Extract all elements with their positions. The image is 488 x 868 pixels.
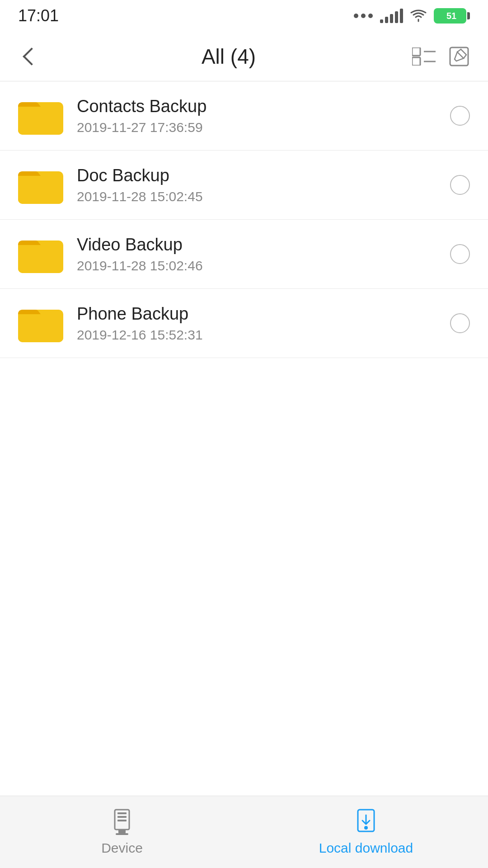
svg-rect-7 [18, 107, 63, 134]
battery-icon: 51 [434, 8, 470, 24]
svg-point-24 [364, 826, 368, 830]
svg-rect-19 [117, 816, 127, 818]
nav-device-label: Device [101, 840, 143, 856]
toolbar: All (4) [0, 32, 488, 81]
file-date: 2019-11-27 17:36:59 [77, 120, 450, 135]
local-download-icon [355, 809, 377, 836]
file-date: 2019-11-28 15:02:45 [77, 189, 450, 204]
signal-dots-icon [354, 14, 373, 18]
status-bar: 17:01 51 [0, 0, 488, 32]
svg-rect-0 [412, 47, 420, 56]
file-name: Video Backup [77, 235, 450, 255]
status-time: 17:01 [18, 6, 59, 25]
svg-rect-16 [18, 314, 63, 341]
list-item[interactable]: Doc Backup 2019-11-28 15:02:45 [0, 151, 488, 220]
folder-icon [18, 162, 63, 208]
file-list: Contacts Backup 2019-11-27 17:36:59 Doc … [0, 81, 488, 358]
wifi-icon [410, 9, 427, 22]
toolbar-actions [412, 46, 470, 67]
back-button[interactable] [18, 43, 45, 70]
file-info: Phone Backup 2019-12-16 15:52:31 [77, 304, 450, 343]
file-name: Doc Backup [77, 166, 450, 185]
select-radio[interactable] [450, 175, 470, 195]
svg-rect-1 [412, 57, 420, 66]
list-item[interactable]: Contacts Backup 2019-11-27 17:36:59 [0, 81, 488, 151]
device-icon [111, 809, 133, 836]
status-icons: 51 [354, 8, 470, 24]
nav-item-device[interactable]: Device [0, 796, 244, 868]
grid-list-toggle-icon[interactable] [412, 47, 436, 66]
select-radio[interactable] [450, 106, 470, 126]
file-date: 2019-12-16 15:52:31 [77, 327, 450, 343]
file-date: 2019-11-28 15:02:46 [77, 258, 450, 274]
edit-button[interactable] [448, 46, 470, 67]
folder-icon [18, 301, 63, 346]
svg-rect-22 [116, 833, 128, 835]
file-info: Video Backup 2019-11-28 15:02:46 [77, 235, 450, 274]
svg-rect-20 [117, 820, 127, 821]
signal-strength-icon [380, 9, 403, 23]
svg-rect-21 [118, 830, 126, 833]
svg-rect-10 [18, 176, 63, 203]
file-name: Contacts Backup [77, 97, 450, 116]
file-info: Contacts Backup 2019-11-27 17:36:59 [77, 97, 450, 135]
nav-local-download-label: Local download [319, 840, 413, 856]
folder-icon [18, 93, 63, 138]
nav-item-local-download[interactable]: Local download [244, 796, 488, 868]
bottom-nav: Device Local download [0, 796, 488, 868]
select-radio[interactable] [450, 313, 470, 333]
list-item[interactable]: Video Backup 2019-11-28 15:02:46 [0, 220, 488, 289]
folder-icon [18, 231, 63, 277]
file-name: Phone Backup [77, 304, 450, 324]
list-item[interactable]: Phone Backup 2019-12-16 15:52:31 [0, 289, 488, 358]
back-arrow-icon [23, 47, 41, 66]
page-title: All (4) [45, 44, 412, 69]
svg-rect-18 [117, 812, 127, 814]
svg-rect-13 [18, 245, 63, 272]
file-info: Doc Backup 2019-11-28 15:02:45 [77, 166, 450, 204]
select-radio[interactable] [450, 244, 470, 264]
